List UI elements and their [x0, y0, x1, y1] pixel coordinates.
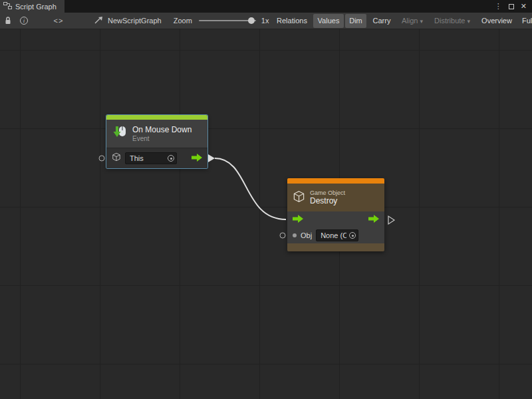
- event-node[interactable]: On Mouse Down Event This: [106, 115, 207, 168]
- event-node-subtitle: Event: [132, 135, 192, 142]
- obj-param-value: None (O: [321, 231, 346, 239]
- maximize-icon[interactable]: [509, 4, 514, 9]
- toolbar-button-fullscreen[interactable]: Full Screen: [518, 14, 532, 28]
- toolbar-button-align-label: Align: [402, 17, 418, 25]
- close-icon[interactable]: ✕: [521, 0, 527, 13]
- info-icon: i: [20, 17, 28, 25]
- destroy-output-flow-icon[interactable]: [368, 213, 379, 225]
- destroy-obj-input-port[interactable]: [280, 233, 285, 238]
- code-view-button[interactable]: <>: [51, 13, 66, 29]
- window-menu-icon[interactable]: ⋮: [495, 0, 502, 13]
- destroy-node-title: Destroy: [310, 196, 345, 205]
- zoom-value: 1x: [261, 17, 269, 25]
- event-node-body: This: [106, 148, 207, 168]
- graph-name: NewScriptGraph: [108, 17, 162, 25]
- info-button[interactable]: i: [16, 13, 32, 29]
- tab-bar: Script Graph ⋮ ✕: [0, 0, 532, 13]
- toolbar-button-values[interactable]: Values: [313, 14, 344, 28]
- lock-button[interactable]: [0, 13, 16, 29]
- lock-icon: [4, 16, 12, 26]
- zoom-slider[interactable]: [199, 17, 256, 24]
- toolbar-button-group: Relations Values Dim Carry Align▾ Distri…: [271, 13, 532, 29]
- tab-title: Script Graph: [15, 3, 57, 11]
- toolbar-button-carry[interactable]: Carry: [368, 14, 396, 28]
- toolbar-button-relations[interactable]: Relations: [272, 14, 312, 28]
- gameobject-cube-icon-large: [293, 190, 305, 205]
- window-controls: ⋮ ✕: [495, 0, 532, 13]
- tab-script-graph[interactable]: Script Graph: [0, 0, 65, 13]
- destroy-node-header: Game Object Destroy: [287, 184, 384, 211]
- zoom-slider-track: [199, 20, 256, 21]
- destroy-node-body: Obj None (O: [287, 211, 384, 243]
- destroy-accent-bar: [287, 178, 384, 184]
- event-output-flow-icon[interactable]: [192, 152, 202, 164]
- obj-param-field[interactable]: None (O: [316, 229, 358, 241]
- destroy-footer-bar: [287, 243, 384, 251]
- script-graph-window: Script Graph ⋮ ✕ i <>: [0, 0, 532, 399]
- obj-param-label: Obj: [301, 231, 312, 239]
- obj-value-port-icon[interactable]: [293, 233, 297, 237]
- graph-toolbar: i <> NewScriptGraph Zoom 1x Relations Va…: [0, 13, 532, 29]
- event-target-value: This: [130, 154, 144, 162]
- script-graph-icon: [3, 1, 12, 11]
- destroy-output-port[interactable]: [388, 216, 394, 224]
- align-caret-icon: ▾: [420, 18, 423, 25]
- toolbar-button-distribute[interactable]: Distribute▾: [429, 14, 475, 28]
- toolbar-button-distribute-label: Distribute: [434, 17, 465, 25]
- toolbar-button-align[interactable]: Align▾: [397, 14, 428, 28]
- tab-strip-empty: [65, 0, 495, 13]
- gameobject-cube-icon: [112, 152, 121, 164]
- object-picker-icon[interactable]: [168, 155, 174, 162]
- distribute-caret-icon: ▾: [467, 18, 470, 25]
- event-accent-bar: [106, 115, 207, 120]
- toolbar-button-overview[interactable]: Overview: [477, 14, 517, 28]
- code-icon: <>: [54, 17, 64, 25]
- object-picker-icon[interactable]: [349, 232, 356, 239]
- toolbar-button-dim[interactable]: Dim: [345, 14, 366, 28]
- mouse-down-icon: [112, 124, 128, 143]
- event-target-field[interactable]: This: [125, 152, 177, 164]
- destroy-node-category: Game Object: [310, 190, 345, 196]
- wire-layer: [0, 29, 532, 399]
- destroy-input-flow-icon[interactable]: [293, 213, 303, 225]
- event-target-input-port[interactable]: [99, 156, 104, 161]
- graph-asset-icon: [94, 16, 104, 25]
- connection-start-cap-icon: [208, 154, 215, 162]
- graph-breadcrumb[interactable]: NewScriptGraph: [94, 16, 162, 25]
- flow-connection-wire[interactable]: [215, 158, 286, 219]
- zoom-label: Zoom: [174, 17, 192, 25]
- graph-canvas[interactable]: On Mouse Down Event This: [0, 29, 532, 399]
- event-node-title: On Mouse Down: [132, 125, 192, 134]
- zoom-slider-knob[interactable]: [248, 17, 255, 24]
- event-node-header: On Mouse Down Event: [106, 120, 207, 148]
- destroy-node[interactable]: Game Object Destroy Obj No: [287, 178, 384, 251]
